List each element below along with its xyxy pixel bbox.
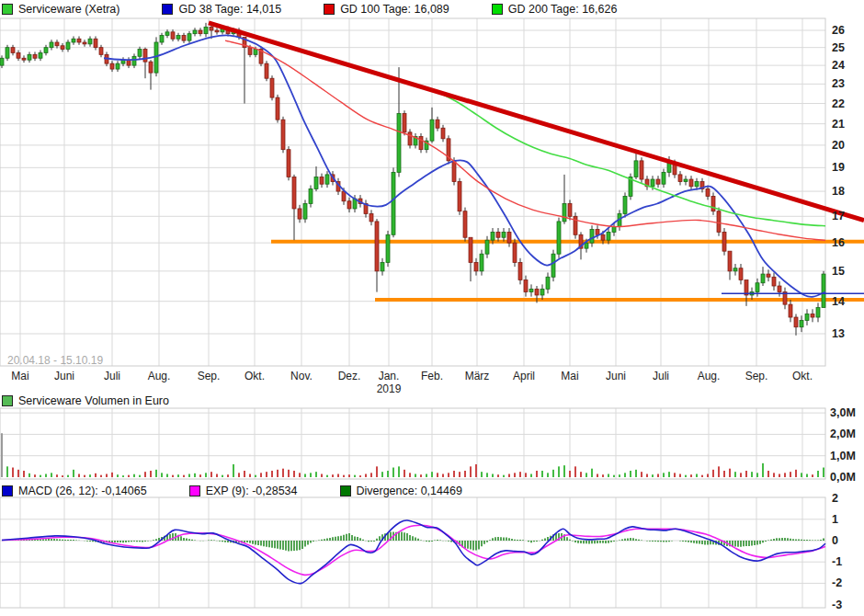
price-tick-label: 22 [832, 97, 845, 110]
gd100-line [225, 40, 825, 240]
volume-chart-legend: Serviceware Volumen in Euro [2, 394, 211, 407]
month-label: Mai [561, 370, 578, 382]
month-label: April [513, 370, 535, 382]
legend-label-serviceware: Serviceware (Xetra) [18, 3, 119, 16]
legend-label-volume: Serviceware Volumen in Euro [18, 394, 169, 407]
price-tick-label: 25 [832, 41, 845, 54]
price-tick-label: 26 [832, 24, 845, 37]
macd-histogram-layer [2, 531, 824, 551]
price-tick-label: 14 [832, 295, 845, 308]
macd-tick-label: 2 [832, 492, 838, 505]
macd-tick-label: -2 [832, 576, 842, 589]
legend-item-macd: MACD (26, 12): -0,14065 [2, 485, 147, 497]
month-label: Mai [11, 370, 28, 382]
macd-lines [2, 520, 825, 584]
legend-item-exp: EXP (9): -0,28534 [189, 485, 298, 497]
legend-item-gd38: GD 38 Tage: 14,015 [162, 3, 281, 16]
price-tick-label: 23 [832, 77, 845, 90]
downtrend-line [209, 23, 864, 221]
price-tick-label: 17 [832, 210, 845, 222]
legend-label-gd38: GD 38 Tage: 14,015 [178, 3, 281, 16]
month-label: Dez. [338, 370, 361, 382]
month-label: Aug. [698, 370, 721, 382]
chart-application: 26252423222120191817161514133,0M2,0M1,0M… [0, 0, 864, 616]
volume-tick-label: 2,0M [830, 428, 856, 440]
legend-item-divergence: Divergence: 0,14469 [340, 485, 462, 497]
candles-layer [0, 22, 825, 336]
legend-item-serviceware: Serviceware (Xetra) [2, 3, 119, 16]
month-label: Jan. [379, 370, 400, 382]
series-swatch-volume [2, 395, 13, 406]
price-tick-label: 21 [832, 118, 845, 131]
month-label: Aug. [148, 370, 171, 382]
series-swatch-gd100 [324, 4, 335, 15]
month-label: Juli [104, 370, 120, 382]
month-label: Juni [54, 370, 74, 382]
legend-item-gd200: GD 200 Tage: 16,626 [492, 3, 618, 16]
month-label: Okt. [792, 370, 813, 382]
support-lines [271, 242, 864, 300]
month-label: Sep. [745, 370, 768, 382]
month-label: Juni [606, 370, 626, 382]
chart-canvas: 26252423222120191817161514133,0M2,0M1,0M… [0, 0, 864, 616]
volume-tick-label: 1,0M [830, 450, 856, 462]
month-label: Nov. [290, 370, 313, 382]
gd38-line [104, 35, 825, 297]
macd-tick-label: -3 [832, 599, 842, 611]
series-swatch-macd [2, 485, 13, 496]
price-tick-label: 18 [832, 185, 845, 198]
legend-item-gd100: GD 100 Tage: 16,089 [324, 3, 449, 16]
volume-tick-label: 0,0M [830, 471, 856, 484]
volume-bars-layer [1, 433, 824, 477]
price-tick-label: 19 [832, 161, 845, 174]
macd-tick-label: 1 [832, 513, 838, 526]
series-swatch-gd200 [492, 4, 503, 15]
price-tick-label: 20 [832, 139, 845, 152]
series-swatch-gd38 [162, 4, 173, 15]
legend-label-divergence: Divergence: 0,14469 [357, 485, 462, 497]
series-swatch-exp [189, 485, 200, 496]
macd-line [2, 520, 825, 584]
exp-line [2, 525, 825, 575]
macd-tick-label: 0 [832, 534, 838, 547]
price-tick-label: 13 [832, 327, 845, 340]
legend-label-gd100: GD 100 Tage: 16,089 [340, 3, 449, 16]
date-range-label: 20.04.18 - 15.10.19 [7, 354, 103, 367]
grid-layer [0, 18, 825, 608]
month-label: Juli [653, 370, 669, 382]
moving-average-lines [104, 35, 825, 297]
month-label: März [465, 370, 490, 382]
month-label: Feb. [421, 370, 443, 382]
legend-item-volume: Serviceware Volumen in Euro [2, 394, 169, 407]
price-tick-label: 15 [832, 265, 845, 278]
macd-tick-label: -1 [832, 555, 842, 568]
price-tick-label: 24 [832, 59, 845, 72]
price-chart-legend: Serviceware (Xetra) GD 38 Tage: 14,015 G… [2, 3, 659, 16]
series-swatch-divergence [340, 485, 351, 496]
legend-label-gd200: GD 200 Tage: 16,626 [508, 3, 618, 16]
volume-tick-label: 3,0M [830, 406, 856, 419]
legend-label-exp: EXP (9): -0,28534 [206, 485, 298, 497]
month-label: Okt. [244, 370, 265, 382]
price-tick-label: 16 [832, 236, 845, 249]
legend-label-macd: MACD (26, 12): -0,14065 [18, 485, 147, 497]
series-swatch-serviceware [2, 4, 13, 15]
macd-chart-legend: MACD (26, 12): -0,14065 EXP (9): -0,2853… [2, 485, 505, 497]
year-label: 2019 [377, 382, 402, 395]
month-label: Sep. [198, 370, 221, 382]
